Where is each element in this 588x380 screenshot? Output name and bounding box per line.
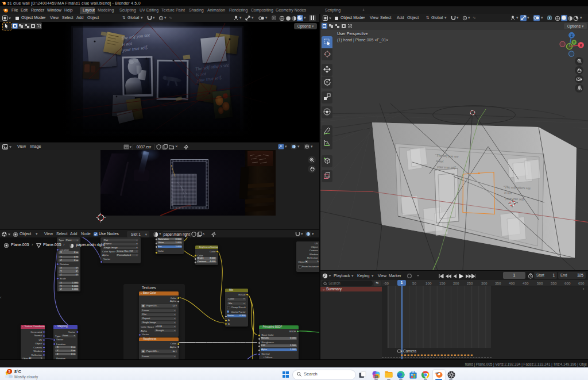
svg-text:is not: is not xyxy=(504,191,512,195)
svg-text:M365: M365 xyxy=(374,376,379,378)
svg-text:X: X xyxy=(580,44,582,47)
svg-text:Z: Z xyxy=(571,34,573,37)
svg-text:Y: Y xyxy=(573,41,575,44)
svg-text:is not: is not xyxy=(436,159,444,163)
